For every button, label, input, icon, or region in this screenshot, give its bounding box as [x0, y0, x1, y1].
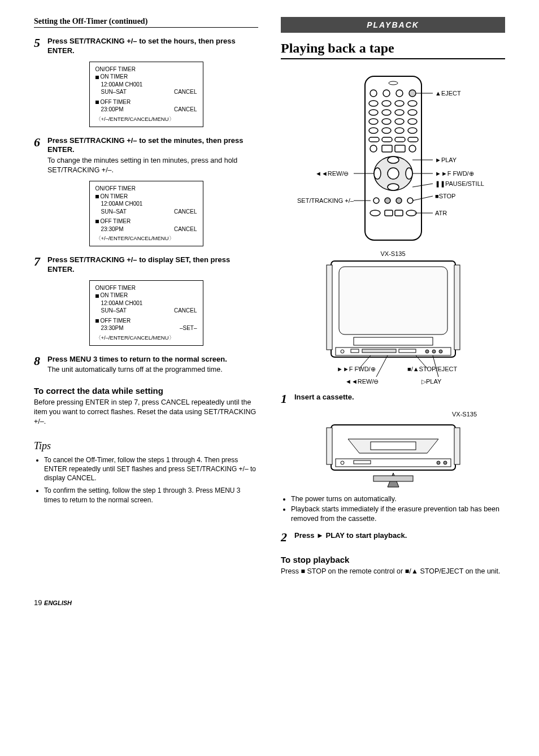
- left-column: Setting the Off-Timer (continued) 5 Pres…: [34, 17, 258, 576]
- step-5: 5 Press SET/TRACKING +/– to set the hour…: [34, 37, 258, 56]
- screen-line: OFF TIMER: [101, 318, 131, 324]
- screen-line: ON TIMER: [101, 193, 128, 199]
- square-bullet-icon: [95, 220, 99, 223]
- correct-heading: To correct the data while setting: [34, 386, 258, 396]
- svg-rect-79: [373, 476, 413, 481]
- svg-point-77: [444, 461, 447, 464]
- label-settracking: SET/TRACKING +/–: [297, 197, 354, 204]
- step-title: Press SET/TRACKING +/– to set the hours,…: [47, 37, 258, 56]
- label-pause: ❚❚PAUSE/STILL: [435, 180, 484, 188]
- svg-rect-71: [454, 428, 460, 464]
- main-title: Playing back a tape: [281, 41, 505, 59]
- screen-line: OFF TIMER: [101, 218, 131, 224]
- step-number: 1: [281, 393, 294, 405]
- label-rew: ◄◄REW/⊖: [315, 170, 349, 177]
- screen-line: –SET–: [180, 324, 197, 332]
- step-title: Press SET/TRACKING +/– to set the minute…: [47, 136, 258, 155]
- screen-line: 12:00AM CH001: [95, 200, 197, 208]
- note-item: The power turns on automatically.: [291, 494, 505, 505]
- screen-line: CANCEL: [174, 208, 197, 216]
- screen-line: ON TIMER: [101, 73, 128, 80]
- correct-body: Before pressing ENTER in step 7, press C…: [34, 398, 258, 427]
- svg-rect-53: [327, 265, 332, 350]
- screen-footer: 〈+/–/ENTER/CANCEL/MENU〉: [95, 334, 197, 342]
- label-play: ►PLAY: [435, 157, 457, 163]
- svg-rect-56: [354, 337, 433, 345]
- tips-list: To cancel the Off-Timer, follow the step…: [34, 455, 258, 505]
- step-7: 7 Press SET/TRACKING +/– to display SET,…: [34, 255, 258, 275]
- screen-line: 23:00PM: [101, 106, 124, 114]
- step-number: 8: [34, 355, 47, 367]
- svg-line-66: [376, 355, 388, 377]
- step-2-right: 2 Press ► PLAY to start playback.: [281, 531, 505, 544]
- screen-line: ON/OFF TIMER: [95, 66, 197, 73]
- svg-point-63: [432, 350, 436, 353]
- page-number: 19: [34, 598, 42, 607]
- page-language: ENGLISH: [44, 599, 72, 606]
- label-atr: ATR: [435, 210, 447, 216]
- svg-point-64: [439, 350, 442, 353]
- tv-illustration: ►►F FWD/⊕ ◄◄REW/⊖ ■/▲STOP/EJECT ▷PLAY: [281, 258, 505, 388]
- screen-line: 23:30PM: [101, 225, 124, 233]
- step-8: 8 Press MENU 3 times to return to the no…: [34, 355, 258, 375]
- step-number: 6: [34, 136, 47, 149]
- screen-line: CANCEL: [174, 225, 197, 233]
- square-bullet-icon: [95, 76, 99, 79]
- svg-point-62: [425, 350, 429, 353]
- page-footer: 19 ENGLISH: [34, 598, 505, 607]
- label-ffwd: ►►F FWD/⊕: [435, 170, 474, 177]
- step-number: 2: [281, 531, 294, 544]
- screen-line: ON TIMER: [101, 292, 128, 298]
- step-desc: The unit automatically turns off at the …: [47, 365, 258, 375]
- svg-point-33: [388, 184, 399, 190]
- step-number: 5: [34, 37, 47, 49]
- model-label: VX-S135: [281, 250, 505, 257]
- screen-line: CANCEL: [174, 106, 197, 114]
- tip-item: To cancel the Off-Timer, follow the step…: [44, 455, 258, 483]
- section-header: Setting the Off-Timer (continued): [34, 17, 258, 28]
- screen-box-7: ON/OFF TIMER ON TIMER 12:00AM CH001 SUN–…: [89, 280, 203, 346]
- square-bullet-icon: [95, 294, 99, 298]
- square-bullet-icon: [95, 319, 99, 323]
- screen-footer: 〈+/–/ENTER/CANCEL/MENU〉: [95, 116, 197, 123]
- step-number: 7: [34, 255, 47, 268]
- screen-box-5: ON/OFF TIMER ON TIMER 12:00AM CH001 SUN–…: [89, 62, 203, 127]
- svg-rect-70: [327, 428, 332, 464]
- svg-point-76: [437, 461, 440, 464]
- step-title: Press SET/TRACKING +/– to display SET, t…: [47, 255, 258, 275]
- square-bullet-icon: [95, 101, 99, 104]
- svg-rect-72: [371, 442, 416, 450]
- label-stop: ■STOP: [435, 193, 455, 199]
- label-tv-rew: ◄◄REW/⊖: [345, 378, 379, 385]
- remote-illustration: ▲EJECT ►PLAY ►►F FWD/⊕ ❚❚PAUSE/STILL ■ST…: [281, 71, 505, 246]
- screen-line: SUN–SAT: [101, 88, 127, 96]
- screen-line: 12:00AM CH001: [95, 299, 197, 307]
- svg-point-37: [385, 198, 390, 203]
- cassette-illustration: [281, 422, 505, 490]
- screen-line: 12:00AM CH001: [95, 81, 197, 89]
- svg-rect-60: [362, 349, 396, 353]
- square-bullet-icon: [95, 195, 99, 198]
- step-title: Press MENU 3 times to return to the norm…: [47, 355, 258, 364]
- svg-point-32: [388, 157, 399, 163]
- note-item: Playback starts immediately if the erasu…: [291, 505, 505, 524]
- label-eject: ▲EJECT: [435, 90, 461, 97]
- svg-point-38: [396, 198, 402, 203]
- cassette-model-label: VX-S135: [281, 411, 505, 418]
- screen-line: CANCEL: [174, 88, 197, 96]
- screen-line: ON/OFF TIMER: [95, 185, 197, 193]
- stop-body: Press ■ STOP on the remote control or ■/…: [281, 567, 505, 576]
- step-1-right: 1 Insert a cassette.: [281, 393, 505, 405]
- playback-banner: PLAYBACK: [281, 17, 505, 33]
- screen-line: CANCEL: [174, 307, 197, 315]
- screen-footer: 〈+/–/ENTER/CANCEL/MENU〉: [95, 235, 197, 242]
- svg-rect-55: [339, 267, 447, 334]
- step-desc: To change the minutes setting in ten min…: [47, 156, 258, 175]
- step-6: 6 Press SET/TRACKING +/– to set the minu…: [34, 136, 258, 176]
- svg-point-35: [406, 168, 412, 179]
- svg-rect-54: [454, 265, 460, 350]
- tip-item: To confirm the setting, follow the step …: [44, 486, 258, 504]
- svg-rect-73: [336, 459, 451, 467]
- svg-point-5: [409, 90, 416, 97]
- screen-box-6: ON/OFF TIMER ON TIMER 12:00AM CH001 SUN–…: [89, 181, 203, 246]
